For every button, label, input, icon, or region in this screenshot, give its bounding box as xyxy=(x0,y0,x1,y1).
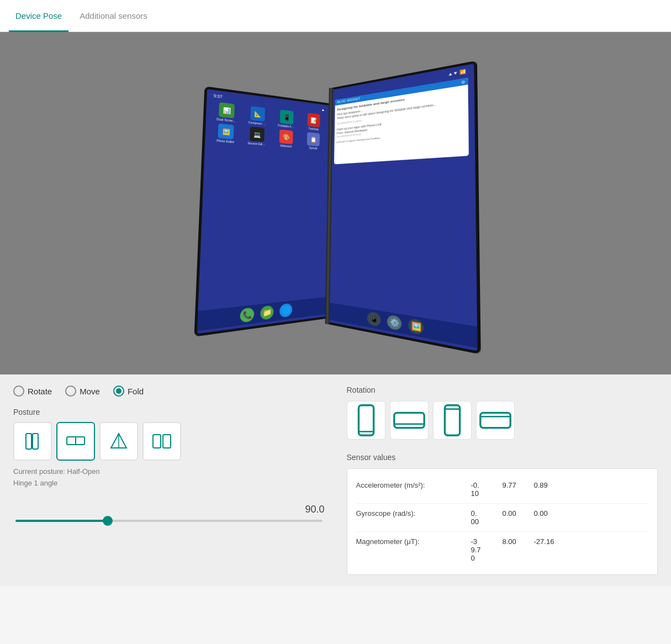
mode-radio-group: Rotate Move Fold xyxy=(13,386,325,397)
device-left-panel: 9:37 ▲ 📊 Dual Screen Exper... 📐 Composer… xyxy=(194,86,332,337)
posture-buttons xyxy=(13,422,325,461)
angle-slider-thumb[interactable] xyxy=(103,516,113,526)
left-dock: 📞 📁 🌐 xyxy=(197,297,327,331)
app-icon-2: 📐 Composer NavRail xyxy=(243,105,271,126)
app-icon-8: 📋 DyAdd xyxy=(300,131,325,151)
gyro-y: 0.00 xyxy=(503,509,527,526)
sensor-row-gyroscope: Gyroscope (rad/s): 0.00 0.00 0.00 xyxy=(356,504,649,532)
sensor-name-magnetometer: Magnetometer (μT): xyxy=(356,537,467,546)
sensor-row-magnetometer: Magnetometer (μT): -39.70 8.00 -27.16 xyxy=(356,532,649,568)
hinge-label: Hinge 1 angle xyxy=(13,479,325,487)
app-icon-6: 💻 Source Editor xyxy=(242,126,271,146)
tabletop-icon xyxy=(65,430,87,452)
device-model: 9:37 ▲ 📊 Dual Screen Exper... 📐 Composer… xyxy=(212,82,469,331)
rotate-radio-label: Rotate xyxy=(28,387,52,396)
sensor-values-magnetometer: -39.70 8.00 -27.16 xyxy=(471,537,559,562)
svg-rect-9 xyxy=(358,405,373,435)
mag-x: -39.70 xyxy=(471,537,496,562)
posture-btn-tent[interactable] xyxy=(99,422,138,461)
book-icon xyxy=(22,430,44,452)
rotate-radio-circle xyxy=(13,386,24,397)
svg-rect-1 xyxy=(33,434,38,449)
angle-slider-track xyxy=(15,520,323,522)
sensor-values-box: Accelerometer (m/s²): -0.10 9.77 0.89 Gy… xyxy=(347,468,658,575)
tab-additional-sensors-label: Additional sensors xyxy=(80,11,147,20)
mag-y: 8.00 xyxy=(503,537,527,562)
accel-z: 0.89 xyxy=(534,481,559,498)
fold-radio[interactable]: Fold xyxy=(113,386,144,397)
tab-device-pose-label: Device Pose xyxy=(15,11,62,20)
sensor-values-accelerometer: -0.10 9.77 0.89 xyxy=(471,481,559,498)
posture-btn-book[interactable] xyxy=(13,422,52,461)
angle-slider-fill xyxy=(15,520,108,522)
app-icon-3: 📱 Foldable Apps by S... xyxy=(273,109,299,129)
gyro-z: 0.00 xyxy=(534,509,559,526)
move-radio[interactable]: Move xyxy=(65,386,100,397)
controls-panel: Rotate Move Fold Posture xyxy=(0,374,671,586)
posture-btn-tabletop[interactable] xyxy=(56,422,95,461)
sensor-row-accelerometer: Accelerometer (m/s²): -0.10 9.77 0.89 xyxy=(356,476,649,504)
sensor-values-title: Sensor values xyxy=(347,453,658,462)
sensor-name-accelerometer: Accelerometer (m/s²): xyxy=(356,481,467,489)
tent-icon xyxy=(108,430,130,452)
sensor-name-gyroscope: Gyroscope (rad/s): xyxy=(356,509,467,518)
sensor-values-gyroscope: 0.00 0.00 0.00 xyxy=(471,509,559,526)
rotation-btn-portrait[interactable] xyxy=(347,401,385,440)
fold-radio-label: Fold xyxy=(128,387,144,396)
svg-rect-8 xyxy=(163,435,171,448)
dual-display-icon xyxy=(151,430,173,452)
svg-rect-7 xyxy=(153,435,161,448)
screen-right: ▲▼ 📶 BLOG WIDGET ⚙ Designing for foldabl… xyxy=(327,64,477,351)
svg-rect-13 xyxy=(445,405,459,435)
svg-rect-0 xyxy=(26,434,31,449)
device-right-panel: ▲▼ 📶 BLOG WIDGET ⚙ Designing for foldabl… xyxy=(327,60,480,354)
svg-rect-15 xyxy=(480,413,510,427)
app-icon-1: 📊 Dual Screen Exper... xyxy=(211,101,241,123)
controls-right: Rotation xyxy=(347,386,658,575)
angle-value: 90.0 xyxy=(13,504,325,515)
rotate-radio[interactable]: Rotate xyxy=(13,386,52,397)
fold-radio-circle xyxy=(113,386,124,397)
landscape-reverse-icon xyxy=(477,402,514,439)
current-posture-text: Current posture: Half-Open xyxy=(13,467,325,476)
controls-left: Rotate Move Fold Posture xyxy=(13,386,325,575)
posture-section-label: Posture xyxy=(13,408,325,416)
accel-y: 9.77 xyxy=(503,481,527,498)
app-icon-7: 🎨 Weboard xyxy=(272,129,299,149)
posture-btn-dual[interactable] xyxy=(142,422,181,461)
angle-slider-container xyxy=(13,520,325,522)
rotation-btn-landscape-reverse[interactable] xyxy=(476,401,515,440)
rotation-buttons xyxy=(347,401,658,440)
portrait-reverse-icon xyxy=(434,402,471,439)
move-radio-circle xyxy=(65,386,76,397)
app-icon-5: 🖼️ Photo Editor xyxy=(210,123,240,144)
rotation-btn-portrait-reverse[interactable] xyxy=(433,401,472,440)
svg-rect-11 xyxy=(394,413,424,427)
accel-x: -0.10 xyxy=(471,481,496,498)
rotation-btn-landscape[interactable] xyxy=(390,401,429,440)
screen-left: 9:37 ▲ 📊 Dual Screen Exper... 📐 Composer… xyxy=(197,89,330,334)
app-icon-4: 📝 TwoNote xyxy=(301,112,325,131)
landscape-icon xyxy=(390,402,428,439)
device-viewport: 9:37 ▲ 📊 Dual Screen Exper... 📐 Composer… xyxy=(0,32,671,374)
tab-bar: Device Pose Additional sensors xyxy=(0,0,671,32)
right-dock: 📱 ⚙️ 🖼️ xyxy=(327,302,477,348)
tab-additional-sensors[interactable]: Additional sensors xyxy=(73,0,154,32)
portrait-icon xyxy=(347,402,385,439)
tab-device-pose[interactable]: Device Pose xyxy=(9,0,68,32)
rotation-section-title: Rotation xyxy=(347,386,658,394)
move-radio-label: Move xyxy=(80,387,100,396)
gyro-x: 0.00 xyxy=(471,509,496,526)
mag-z: -27.16 xyxy=(534,537,559,562)
